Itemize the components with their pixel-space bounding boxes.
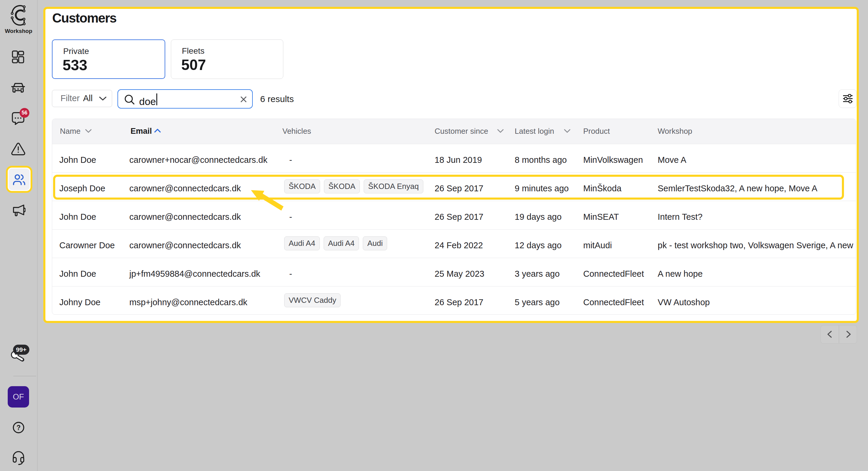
svg-text:?: ? xyxy=(16,424,21,432)
